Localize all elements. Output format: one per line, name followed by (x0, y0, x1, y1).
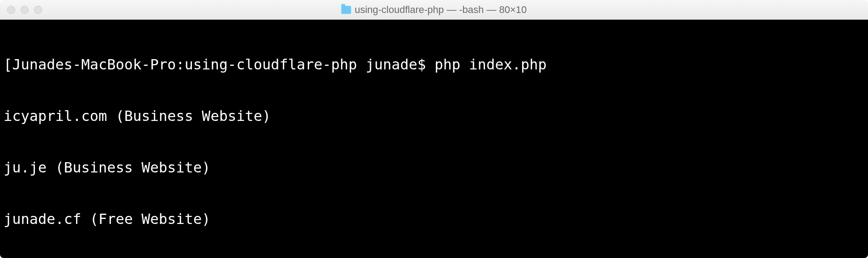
traffic-lights (0, 6, 42, 14)
window-title-area: using-cloudflare-php — -bash — 80×10 (341, 4, 527, 16)
terminal-line: [Junades-MacBook-Pro:using-cloudflare-ph… (4, 56, 864, 73)
terminal-body[interactable]: [Junades-MacBook-Pro:using-cloudflare-ph… (0, 20, 868, 258)
window-title: using-cloudflare-php — -bash — 80×10 (355, 4, 527, 16)
titlebar[interactable]: using-cloudflare-php — -bash — 80×10 (0, 0, 868, 20)
maximize-icon[interactable] (34, 6, 42, 14)
terminal-line: icyapril.com (Business Website) (4, 108, 864, 125)
terminal-line: ju.je (Business Website) (4, 159, 864, 176)
folder-icon (341, 6, 351, 14)
terminal-line: junade.cf (Free Website) (4, 211, 864, 228)
minimize-icon[interactable] (21, 6, 29, 14)
terminal-window: using-cloudflare-php — -bash — 80×10 [Ju… (0, 0, 868, 258)
close-icon[interactable] (7, 6, 15, 14)
